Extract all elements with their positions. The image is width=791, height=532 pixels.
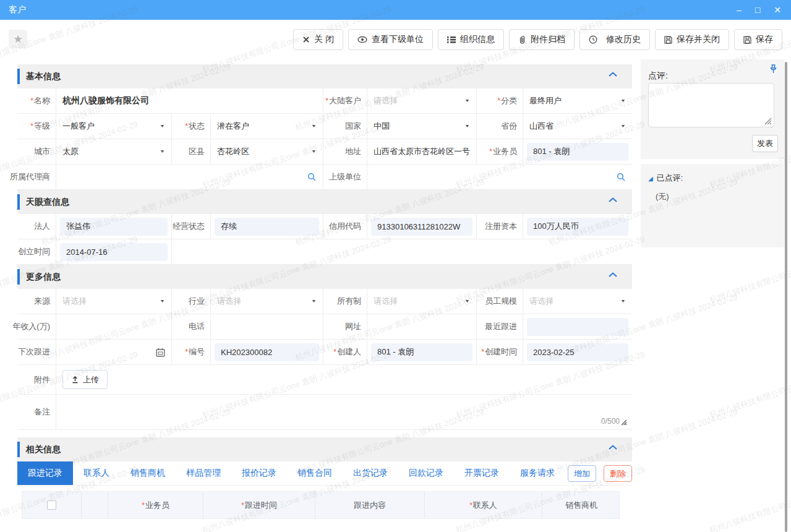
tab-sales-opportunities[interactable]: 销售商机 <box>120 461 176 485</box>
code-input[interactable]: KH202300082 <box>215 343 319 361</box>
form-row: 创立时间 2014-07-16 <box>17 239 632 265</box>
remark-textarea[interactable]: 0/500 <box>56 395 632 429</box>
save-close-button[interactable]: 保存并关闭 <box>655 29 729 50</box>
form-row: 城市 太原▼ 区县 杏花岭区▼ 地址 山西省太原市杏花岭区一号楼 *业务员 80… <box>17 139 632 165</box>
website-label: 网址 <box>323 314 367 339</box>
city-select[interactable]: 太原▼ <box>56 139 171 164</box>
section-accent-bar <box>17 194 20 210</box>
resize-handle-icon[interactable] <box>620 419 627 426</box>
history-button[interactable]: 修改历史 <box>579 29 650 50</box>
toolbar-buttons: 关 闭 查看下级单位 组织信息 附件归档 修改历史 保存并关闭 保存 <box>293 29 782 50</box>
chevron-up-icon[interactable] <box>609 72 617 77</box>
staff-scale-label: 员工规模 <box>476 289 523 314</box>
delete-button[interactable]: 删除 <box>604 465 632 482</box>
salesman-input[interactable]: 801 - 袁朗 <box>527 143 628 161</box>
income-input[interactable] <box>56 314 171 339</box>
org-info-button[interactable]: 组织信息 <box>438 29 504 50</box>
tab-service-requests[interactable]: 服务请求 <box>510 461 565 485</box>
address-label: 地址 <box>323 139 367 164</box>
recent-followup-input[interactable] <box>527 318 628 336</box>
chevron-down-icon: ▼ <box>464 98 470 103</box>
founded-input[interactable]: 2014-07-16 <box>60 243 168 261</box>
phone-input[interactable] <box>210 314 323 339</box>
col-contact: *联系人 <box>424 492 542 518</box>
tab-invoice-records[interactable]: 开票记录 <box>454 461 510 485</box>
mainland-label: 大陆客户 <box>329 95 361 106</box>
next-followup-date-input[interactable] <box>56 340 171 364</box>
save-icon <box>664 36 672 44</box>
name-input[interactable]: 杭州八骏服饰有限公司 <box>56 88 323 113</box>
tab-contacts[interactable]: 联系人 <box>73 461 120 485</box>
credit-code-input[interactable]: 91330106311281022W <box>371 218 472 236</box>
vertical-scrollbar[interactable] <box>785 62 787 532</box>
tab-sample-management[interactable]: 样品管理 <box>176 461 231 485</box>
parent-unit-label: 上级单位 <box>323 165 367 189</box>
province-label: 省份 <box>476 114 523 139</box>
commented-label: 已点评: <box>657 173 683 184</box>
chevron-down-icon: ▼ <box>464 124 470 129</box>
x-icon <box>302 36 310 43</box>
comment-textarea[interactable] <box>648 83 774 127</box>
ownership-select[interactable]: 请选择▼ <box>367 289 476 314</box>
province-select[interactable]: 山西省▼ <box>523 114 632 139</box>
publish-button[interactable]: 发表 <box>752 135 778 152</box>
upload-button[interactable]: 上传 <box>62 370 108 389</box>
legal-person-input[interactable]: 张益伟 <box>60 218 168 236</box>
chevron-down-icon: ▼ <box>311 149 317 154</box>
industry-label: 行业 <box>171 289 210 314</box>
tab-followup-records[interactable]: 跟进记录 <box>17 461 73 485</box>
attachment-archive-button[interactable]: 附件归档 <box>509 29 575 50</box>
close-window-button[interactable]: ✕ <box>774 6 781 14</box>
source-select[interactable]: 请选择▼ <box>56 289 171 314</box>
section-tianyancha-header: 天眼查信息 <box>17 190 632 214</box>
created-time-input[interactable]: 2023-02-25 <box>527 343 628 361</box>
industry-select[interactable]: 请选择▼ <box>210 289 323 314</box>
save-button[interactable]: 保存 <box>734 29 782 50</box>
parent-unit-search-input[interactable] <box>367 165 632 189</box>
website-input[interactable] <box>367 314 476 339</box>
section-related-title: 相关信息 <box>26 444 61 455</box>
district-select[interactable]: 杏花岭区▼ <box>210 139 323 164</box>
select-all-checkbox[interactable] <box>47 500 56 510</box>
tab-quotation-records[interactable]: 报价记录 <box>231 461 287 485</box>
minimize-button[interactable]: – <box>737 6 742 14</box>
tab-sales-contracts[interactable]: 销售合同 <box>287 461 343 485</box>
chevron-down-icon: ▼ <box>620 98 626 103</box>
staff-scale-select[interactable]: 请选择▼ <box>523 289 632 314</box>
add-button[interactable]: 增加 <box>568 465 596 482</box>
city-label: 城市 <box>17 139 56 164</box>
creator-input[interactable]: 801 - 袁朗 <box>371 343 472 361</box>
view-subordinate-button[interactable]: 查看下级单位 <box>348 29 433 50</box>
chevron-up-icon[interactable] <box>609 197 617 203</box>
resize-handle-icon[interactable] <box>764 117 772 125</box>
comment-panel: 点评: 发表 <box>641 59 784 159</box>
maximize-button[interactable]: □ <box>755 6 760 14</box>
pin-icon[interactable] <box>769 64 778 74</box>
status-select[interactable]: 潜在客户▼ <box>210 114 323 139</box>
country-select[interactable]: 中国▼ <box>367 114 476 139</box>
form-row: 附件 上传 <box>17 365 632 395</box>
mainland-select[interactable]: 请选择▼ <box>367 88 476 113</box>
capital-input[interactable]: 100万人民币 <box>527 218 628 236</box>
chevron-up-icon[interactable] <box>609 445 617 450</box>
op-status-input[interactable]: 存续 <box>215 218 319 236</box>
tab-shipment-records[interactable]: 出货记录 <box>343 461 398 485</box>
next-followup-label: 下次跟进 <box>17 340 56 364</box>
chevron-up-icon[interactable] <box>609 272 617 278</box>
category-label: 分类 <box>501 95 517 106</box>
close-button[interactable]: 关 闭 <box>293 29 343 50</box>
tab-payment-records[interactable]: 回款记录 <box>398 461 454 485</box>
level-select[interactable]: 一般客户▼ <box>56 114 171 139</box>
address-input[interactable]: 山西省太原市杏花岭区一号楼 <box>367 139 476 164</box>
expand-triangle-icon[interactable]: ◢ <box>648 175 653 182</box>
search-icon[interactable] <box>617 173 626 182</box>
star-icon: ★ <box>13 33 22 46</box>
favorite-button[interactable]: ★ <box>9 30 27 48</box>
agent-search-input[interactable] <box>56 165 323 189</box>
form-row: 备注 0/500 <box>17 395 632 430</box>
category-select[interactable]: 最终用户▼ <box>523 88 632 113</box>
chevron-down-icon: ▼ <box>160 124 165 129</box>
form-row: *等级 一般客户▼ *状态 潜在客户▼ 国家 中国▼ 省份 山西省▼ <box>17 114 632 139</box>
search-icon[interactable] <box>307 173 317 182</box>
window-title: 客户 <box>9 4 26 15</box>
